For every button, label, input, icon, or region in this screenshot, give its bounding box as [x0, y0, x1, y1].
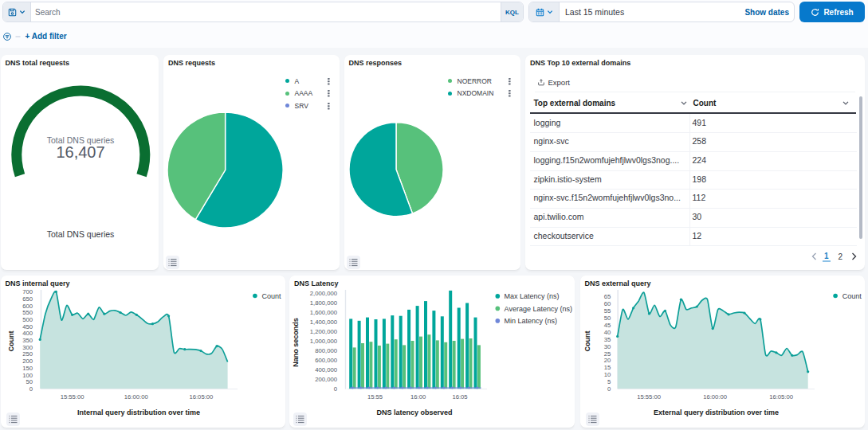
svg-text:400: 400 — [22, 330, 33, 337]
svg-text:Internal query distribution ov: Internal query distribution over time — [77, 408, 200, 416]
svg-text:1,800,000: 1,800,000 — [310, 299, 337, 306]
svg-text:16:05:00: 16:05:00 — [769, 393, 793, 401]
svg-text:1,000,000: 1,000,000 — [310, 337, 337, 344]
svg-text:400,000: 400,000 — [315, 366, 337, 373]
svg-text:500: 500 — [22, 316, 33, 323]
svg-text:50: 50 — [26, 378, 33, 385]
svg-text:Count: Count — [842, 291, 862, 299]
svg-text:Count: Count — [262, 291, 282, 299]
svg-text:16:05:00: 16:05:00 — [189, 393, 213, 401]
svg-text:2,000,000: 2,000,000 — [310, 289, 337, 296]
svg-text:16:00:00: 16:00:00 — [703, 393, 727, 401]
svg-text:0: 0 — [334, 385, 337, 392]
svg-text:800,000: 800,000 — [315, 346, 337, 354]
svg-text:1,600,000: 1,600,000 — [310, 308, 337, 315]
svg-text:Average Latency (ns): Average Latency (ns) — [505, 304, 572, 312]
svg-text:650: 650 — [22, 295, 33, 302]
svg-text:15:55: 15:55 — [367, 393, 383, 401]
svg-text:15:55:00: 15:55:00 — [637, 393, 661, 401]
svg-text:100: 100 — [22, 371, 33, 378]
svg-text:250: 250 — [22, 350, 33, 358]
svg-text:450: 450 — [22, 322, 33, 330]
svg-text:45: 45 — [603, 321, 611, 328]
svg-text:700: 700 — [22, 288, 33, 295]
svg-text:350: 350 — [22, 337, 33, 344]
svg-text:16:00:00: 16:00:00 — [124, 393, 148, 401]
svg-text:10: 10 — [603, 371, 611, 378]
svg-text:20: 20 — [603, 357, 611, 364]
svg-text:Max Latency (ns): Max Latency (ns) — [505, 292, 560, 300]
svg-text:5: 5 — [607, 378, 611, 385]
svg-text:16:00: 16:00 — [410, 393, 426, 401]
svg-text:550: 550 — [22, 309, 33, 316]
svg-text:55: 55 — [603, 307, 611, 315]
svg-text:16,407: 16,407 — [56, 143, 104, 161]
svg-text:Total DNS queries: Total DNS queries — [47, 229, 115, 239]
svg-text:Count: Count — [7, 330, 15, 351]
svg-text:25: 25 — [603, 350, 611, 357]
svg-text:16:05: 16:05 — [452, 393, 467, 401]
svg-text:15:55:00: 15:55:00 — [61, 393, 84, 401]
svg-text:1,400,000: 1,400,000 — [310, 318, 337, 325]
svg-text:600,000: 600,000 — [315, 356, 337, 363]
svg-text:0: 0 — [29, 385, 33, 392]
svg-text:65: 65 — [603, 293, 611, 300]
svg-text:300: 300 — [22, 343, 33, 350]
svg-text:40: 40 — [603, 328, 611, 335]
svg-text:150: 150 — [22, 364, 33, 371]
svg-text:50: 50 — [603, 315, 611, 322]
svg-text:0: 0 — [607, 385, 611, 392]
svg-text:30: 30 — [603, 342, 611, 350]
svg-text:Min Latency (ns): Min Latency (ns) — [505, 317, 558, 325]
svg-text:35: 35 — [603, 335, 611, 342]
svg-text:1,200,000: 1,200,000 — [310, 327, 337, 334]
svg-text:200: 200 — [22, 358, 33, 365]
svg-text:600: 600 — [22, 302, 33, 309]
svg-text:DNS latency observed: DNS latency observed — [376, 408, 452, 416]
svg-text:Nano seconds: Nano seconds — [292, 318, 300, 367]
svg-text:60: 60 — [603, 300, 611, 307]
svg-text:Count: Count — [583, 330, 591, 351]
svg-text:15: 15 — [603, 364, 611, 371]
svg-text:External query distribution ov: External query distribution over time — [653, 408, 778, 416]
svg-text:200,000: 200,000 — [315, 375, 337, 382]
